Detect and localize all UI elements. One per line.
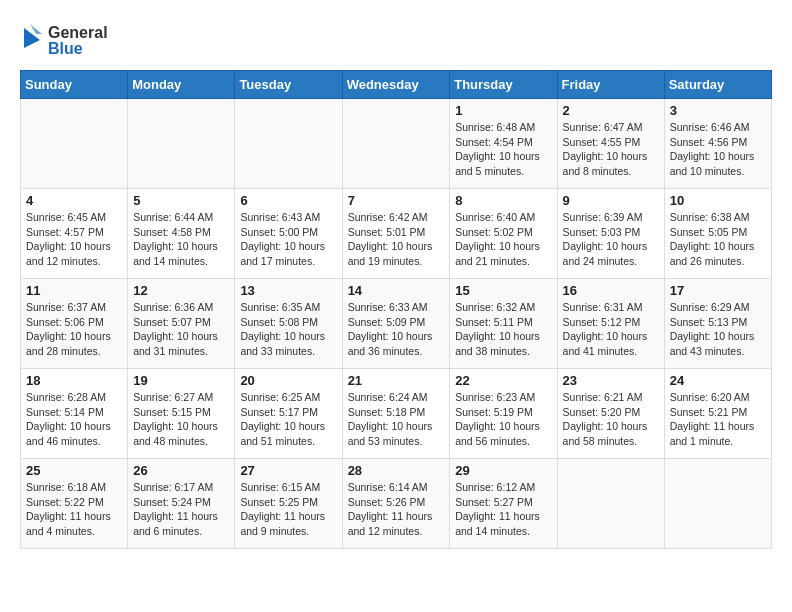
calendar-day-cell: 5Sunrise: 6:44 AMSunset: 4:58 PMDaylight… [128, 189, 235, 279]
calendar-empty-cell [557, 459, 664, 549]
day-number: 6 [240, 193, 336, 208]
day-info: Sunrise: 6:29 AMSunset: 5:13 PMDaylight:… [670, 300, 766, 359]
calendar-day-cell: 19Sunrise: 6:27 AMSunset: 5:15 PMDayligh… [128, 369, 235, 459]
day-number: 22 [455, 373, 551, 388]
day-number: 5 [133, 193, 229, 208]
calendar-day-cell: 7Sunrise: 6:42 AMSunset: 5:01 PMDaylight… [342, 189, 450, 279]
day-number: 23 [563, 373, 659, 388]
day-number: 18 [26, 373, 122, 388]
day-info: Sunrise: 6:38 AMSunset: 5:05 PMDaylight:… [670, 210, 766, 269]
calendar-day-cell: 6Sunrise: 6:43 AMSunset: 5:00 PMDaylight… [235, 189, 342, 279]
calendar-day-cell: 20Sunrise: 6:25 AMSunset: 5:17 PMDayligh… [235, 369, 342, 459]
calendar-empty-cell [128, 99, 235, 189]
day-info: Sunrise: 6:27 AMSunset: 5:15 PMDaylight:… [133, 390, 229, 449]
day-of-week-header: Sunday [21, 71, 128, 99]
day-of-week-header: Tuesday [235, 71, 342, 99]
calendar-empty-cell [21, 99, 128, 189]
calendar-week-row: 11Sunrise: 6:37 AMSunset: 5:06 PMDayligh… [21, 279, 772, 369]
calendar-day-cell: 26Sunrise: 6:17 AMSunset: 5:24 PMDayligh… [128, 459, 235, 549]
day-info: Sunrise: 6:17 AMSunset: 5:24 PMDaylight:… [133, 480, 229, 539]
days-of-week-row: SundayMondayTuesdayWednesdayThursdayFrid… [21, 71, 772, 99]
day-info: Sunrise: 6:45 AMSunset: 4:57 PMDaylight:… [26, 210, 122, 269]
day-info: Sunrise: 6:47 AMSunset: 4:55 PMDaylight:… [563, 120, 659, 179]
logo-svg: General Blue [20, 20, 130, 60]
day-number: 26 [133, 463, 229, 478]
calendar-empty-cell [235, 99, 342, 189]
day-number: 28 [348, 463, 445, 478]
calendar-day-cell: 22Sunrise: 6:23 AMSunset: 5:19 PMDayligh… [450, 369, 557, 459]
day-number: 3 [670, 103, 766, 118]
day-number: 27 [240, 463, 336, 478]
calendar-day-cell: 14Sunrise: 6:33 AMSunset: 5:09 PMDayligh… [342, 279, 450, 369]
day-info: Sunrise: 6:40 AMSunset: 5:02 PMDaylight:… [455, 210, 551, 269]
day-number: 19 [133, 373, 229, 388]
day-number: 7 [348, 193, 445, 208]
day-info: Sunrise: 6:14 AMSunset: 5:26 PMDaylight:… [348, 480, 445, 539]
day-number: 15 [455, 283, 551, 298]
calendar-day-cell: 15Sunrise: 6:32 AMSunset: 5:11 PMDayligh… [450, 279, 557, 369]
day-info: Sunrise: 6:25 AMSunset: 5:17 PMDaylight:… [240, 390, 336, 449]
calendar-week-row: 4Sunrise: 6:45 AMSunset: 4:57 PMDaylight… [21, 189, 772, 279]
day-info: Sunrise: 6:44 AMSunset: 4:58 PMDaylight:… [133, 210, 229, 269]
page-header: General Blue [20, 20, 772, 60]
day-info: Sunrise: 6:37 AMSunset: 5:06 PMDaylight:… [26, 300, 122, 359]
calendar-day-cell: 12Sunrise: 6:36 AMSunset: 5:07 PMDayligh… [128, 279, 235, 369]
calendar-week-row: 18Sunrise: 6:28 AMSunset: 5:14 PMDayligh… [21, 369, 772, 459]
calendar-day-cell: 4Sunrise: 6:45 AMSunset: 4:57 PMDaylight… [21, 189, 128, 279]
day-of-week-header: Monday [128, 71, 235, 99]
day-info: Sunrise: 6:46 AMSunset: 4:56 PMDaylight:… [670, 120, 766, 179]
day-number: 1 [455, 103, 551, 118]
day-info: Sunrise: 6:35 AMSunset: 5:08 PMDaylight:… [240, 300, 336, 359]
calendar-day-cell: 11Sunrise: 6:37 AMSunset: 5:06 PMDayligh… [21, 279, 128, 369]
day-of-week-header: Friday [557, 71, 664, 99]
day-info: Sunrise: 6:33 AMSunset: 5:09 PMDaylight:… [348, 300, 445, 359]
day-number: 29 [455, 463, 551, 478]
day-info: Sunrise: 6:48 AMSunset: 4:54 PMDaylight:… [455, 120, 551, 179]
day-info: Sunrise: 6:12 AMSunset: 5:27 PMDaylight:… [455, 480, 551, 539]
day-info: Sunrise: 6:23 AMSunset: 5:19 PMDaylight:… [455, 390, 551, 449]
day-number: 14 [348, 283, 445, 298]
day-info: Sunrise: 6:42 AMSunset: 5:01 PMDaylight:… [348, 210, 445, 269]
day-number: 17 [670, 283, 766, 298]
day-number: 16 [563, 283, 659, 298]
day-number: 25 [26, 463, 122, 478]
day-number: 9 [563, 193, 659, 208]
calendar-day-cell: 25Sunrise: 6:18 AMSunset: 5:22 PMDayligh… [21, 459, 128, 549]
calendar-day-cell: 23Sunrise: 6:21 AMSunset: 5:20 PMDayligh… [557, 369, 664, 459]
calendar-empty-cell [664, 459, 771, 549]
day-info: Sunrise: 6:18 AMSunset: 5:22 PMDaylight:… [26, 480, 122, 539]
day-info: Sunrise: 6:43 AMSunset: 5:00 PMDaylight:… [240, 210, 336, 269]
calendar-day-cell: 18Sunrise: 6:28 AMSunset: 5:14 PMDayligh… [21, 369, 128, 459]
calendar-body: 1Sunrise: 6:48 AMSunset: 4:54 PMDaylight… [21, 99, 772, 549]
day-info: Sunrise: 6:20 AMSunset: 5:21 PMDaylight:… [670, 390, 766, 449]
calendar-day-cell: 17Sunrise: 6:29 AMSunset: 5:13 PMDayligh… [664, 279, 771, 369]
svg-text:Blue: Blue [48, 40, 83, 57]
calendar-week-row: 1Sunrise: 6:48 AMSunset: 4:54 PMDaylight… [21, 99, 772, 189]
day-info: Sunrise: 6:24 AMSunset: 5:18 PMDaylight:… [348, 390, 445, 449]
day-number: 21 [348, 373, 445, 388]
day-info: Sunrise: 6:39 AMSunset: 5:03 PMDaylight:… [563, 210, 659, 269]
calendar-day-cell: 3Sunrise: 6:46 AMSunset: 4:56 PMDaylight… [664, 99, 771, 189]
calendar-day-cell: 27Sunrise: 6:15 AMSunset: 5:25 PMDayligh… [235, 459, 342, 549]
day-info: Sunrise: 6:31 AMSunset: 5:12 PMDaylight:… [563, 300, 659, 359]
calendar-day-cell: 8Sunrise: 6:40 AMSunset: 5:02 PMDaylight… [450, 189, 557, 279]
calendar-day-cell: 28Sunrise: 6:14 AMSunset: 5:26 PMDayligh… [342, 459, 450, 549]
day-number: 11 [26, 283, 122, 298]
calendar-empty-cell [342, 99, 450, 189]
svg-text:General: General [48, 24, 108, 41]
day-info: Sunrise: 6:28 AMSunset: 5:14 PMDaylight:… [26, 390, 122, 449]
day-number: 20 [240, 373, 336, 388]
day-info: Sunrise: 6:15 AMSunset: 5:25 PMDaylight:… [240, 480, 336, 539]
day-number: 8 [455, 193, 551, 208]
calendar-day-cell: 16Sunrise: 6:31 AMSunset: 5:12 PMDayligh… [557, 279, 664, 369]
calendar-day-cell: 21Sunrise: 6:24 AMSunset: 5:18 PMDayligh… [342, 369, 450, 459]
calendar-week-row: 25Sunrise: 6:18 AMSunset: 5:22 PMDayligh… [21, 459, 772, 549]
day-info: Sunrise: 6:32 AMSunset: 5:11 PMDaylight:… [455, 300, 551, 359]
svg-marker-3 [30, 24, 42, 34]
calendar-table: SundayMondayTuesdayWednesdayThursdayFrid… [20, 70, 772, 549]
logo: General Blue [20, 20, 130, 60]
day-of-week-header: Saturday [664, 71, 771, 99]
day-number: 4 [26, 193, 122, 208]
day-of-week-header: Thursday [450, 71, 557, 99]
day-number: 24 [670, 373, 766, 388]
